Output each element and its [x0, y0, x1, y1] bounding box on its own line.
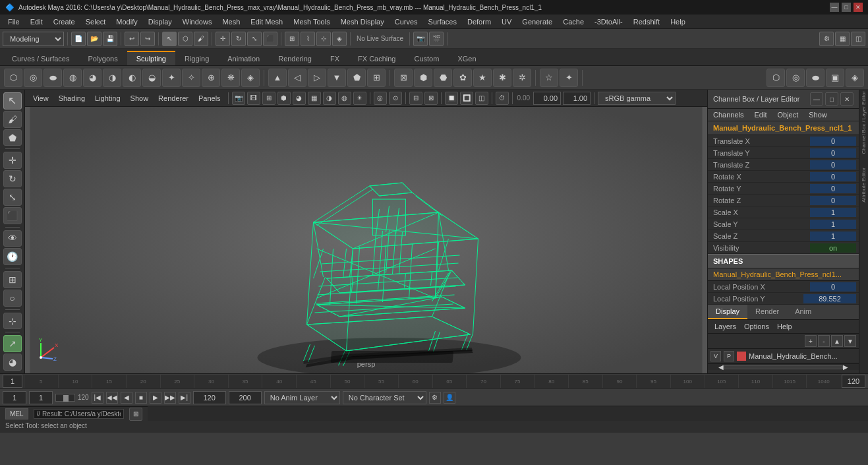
cb-close-btn[interactable]: ✕: [840, 92, 854, 106]
stop-btn[interactable]: ■: [135, 392, 147, 404]
layer-playback-toggle[interactable]: P: [724, 351, 734, 361]
menu-modify[interactable]: Modify: [111, 16, 142, 27]
menu-edit-mesh[interactable]: Edit Mesh: [245, 16, 288, 27]
visibility-value[interactable]: on: [810, 243, 856, 253]
back-btn[interactable]: ◀: [121, 392, 132, 404]
circle-select-button[interactable]: ○: [3, 290, 22, 307]
sculpt-tool-1[interactable]: ⬡: [4, 69, 22, 87]
vp-num1-input[interactable]: [533, 92, 561, 105]
hud-button[interactable]: ◫: [851, 32, 865, 46]
anim-layer-dropdown[interactable]: No Anim Layer: [264, 391, 340, 404]
scale-x-value[interactable]: 1: [810, 208, 856, 217]
sculpt-tool-14[interactable]: ▲: [268, 69, 287, 87]
menu-cache[interactable]: Cache: [558, 16, 589, 27]
current-frame-display[interactable]: [29, 391, 53, 404]
vp-camera-btn[interactable]: 📷: [232, 92, 245, 105]
tab-custom[interactable]: Custom: [405, 51, 449, 65]
char-settings-btn[interactable]: 👤: [444, 392, 455, 404]
lighting-menu[interactable]: Lighting: [91, 93, 125, 104]
soft-select-button[interactable]: ◕: [3, 354, 22, 371]
character-set-dropdown[interactable]: No Character Set: [343, 391, 426, 404]
cb-show-menu[interactable]: Show: [803, 109, 832, 121]
vp-hud2-btn[interactable]: 🔳: [460, 92, 473, 105]
vp-grid-btn[interactable]: ⊞: [262, 92, 275, 105]
menu-curves[interactable]: Curves: [390, 16, 423, 27]
menu-3dto[interactable]: -3DtoAll-: [589, 16, 628, 27]
tab-sculpting[interactable]: Sculpting: [127, 51, 175, 65]
rotate-z-value[interactable]: 0: [810, 196, 856, 205]
timeline-start-input[interactable]: [3, 375, 22, 388]
vp-ao-btn[interactable]: ◍: [338, 92, 351, 105]
menu-windows[interactable]: Windows: [177, 16, 217, 27]
sculpt-tool-2[interactable]: ◎: [24, 69, 42, 87]
vp-fps-btn[interactable]: ⏱: [496, 92, 509, 105]
playback-end2-input[interactable]: [229, 391, 262, 404]
maximize-button[interactable]: □: [842, 3, 851, 12]
minimize-button[interactable]: —: [830, 3, 839, 12]
prev-frame-btn[interactable]: |◀: [92, 392, 103, 404]
axis-orient-button[interactable]: ↗: [3, 335, 22, 352]
sculpt-tool-24[interactable]: ★: [473, 69, 492, 87]
cb-object-menu[interactable]: Object: [772, 109, 803, 121]
vp-isolate-btn[interactable]: ◎: [374, 92, 387, 105]
close-button[interactable]: ✕: [854, 3, 863, 12]
grid-display-button[interactable]: ▦: [835, 32, 850, 46]
show-hide-button[interactable]: 👁: [3, 230, 22, 247]
renderer-menu[interactable]: Renderer: [154, 93, 192, 104]
next-frame-btn[interactable]: ▶|: [179, 392, 190, 404]
translate-y-value[interactable]: 0: [810, 148, 856, 158]
scale-button[interactable]: ⤡: [247, 32, 262, 46]
layer-color-swatch[interactable]: [737, 352, 746, 361]
sculpt-right-5[interactable]: ◈: [846, 69, 864, 87]
vp-res2-btn[interactable]: ⊠: [424, 92, 438, 105]
cb-edit-menu[interactable]: Edit: [749, 109, 772, 121]
sculpt-tool-10[interactable]: ✧: [182, 69, 200, 87]
cb-expand-btn[interactable]: □: [825, 92, 838, 106]
local-pos-x-value[interactable]: 0: [810, 282, 856, 292]
scale-z-value[interactable]: 1: [810, 232, 856, 241]
open-scene-button[interactable]: 📂: [87, 32, 101, 46]
layer-scroll-right[interactable]: ▶: [843, 363, 848, 371]
select-tool-button[interactable]: ↖: [3, 92, 22, 109]
menu-display[interactable]: Display: [143, 16, 177, 27]
sculpt-tool-25[interactable]: ✱: [493, 69, 511, 87]
layer-remove-btn[interactable]: -: [818, 335, 830, 347]
sculpt-tool-4[interactable]: ◍: [63, 69, 82, 87]
menu-select[interactable]: Select: [80, 16, 111, 27]
render-button[interactable]: 🎬: [429, 32, 444, 46]
settings-button[interactable]: ⚙: [819, 32, 834, 46]
vp-res-btn[interactable]: ⊟: [409, 92, 422, 105]
rotate-tool-button[interactable]: ↻: [3, 170, 22, 187]
sculpt-tool-5[interactable]: ◕: [83, 69, 101, 87]
translate-x-value[interactable]: 0: [810, 137, 856, 146]
snap-point-button[interactable]: ⊹: [316, 32, 331, 46]
vp-hud-btn[interactable]: 🔲: [445, 92, 458, 105]
universal-button[interactable]: ⬛: [3, 207, 22, 224]
sculpt-tool-15[interactable]: ◁: [288, 69, 306, 87]
local-pos-y-value[interactable]: 89.552: [803, 294, 856, 303]
playback-end-input[interactable]: [193, 391, 226, 404]
sculpt-tool-23[interactable]: ✿: [453, 69, 472, 87]
frame-range-slider[interactable]: [55, 394, 75, 402]
options-menu[interactable]: Options: [740, 321, 773, 332]
vp-texture-btn[interactable]: ▦: [308, 92, 321, 105]
menu-surfaces[interactable]: Surfaces: [423, 16, 462, 27]
tab-animation[interactable]: Animation: [218, 51, 269, 65]
snap-button[interactable]: ⊹: [3, 313, 22, 330]
sculpt-right-3[interactable]: ⬬: [806, 69, 825, 87]
lasso-button[interactable]: ⬡: [178, 32, 192, 46]
menu-file[interactable]: File: [3, 16, 25, 27]
play-btn[interactable]: ▶: [150, 392, 161, 404]
vp-smooth-btn[interactable]: ◕: [293, 92, 306, 105]
redo-button[interactable]: ↪: [140, 32, 155, 46]
save-scene-button[interactable]: 💾: [103, 32, 117, 46]
tab-rigging[interactable]: Rigging: [175, 51, 218, 65]
sculpt-tool-27[interactable]: ☆: [540, 69, 558, 87]
box-select-button[interactable]: ⊞: [3, 271, 22, 288]
workspace-dropdown[interactable]: Modeling: [3, 32, 64, 46]
move-tool-button[interactable]: ✛: [3, 152, 22, 169]
anim-tab[interactable]: Anim: [787, 305, 819, 319]
gamma-dropdown[interactable]: sRGB gamma: [598, 92, 676, 105]
sculpt-tool-17[interactable]: ▼: [328, 69, 346, 87]
view-menu[interactable]: View: [29, 93, 53, 104]
